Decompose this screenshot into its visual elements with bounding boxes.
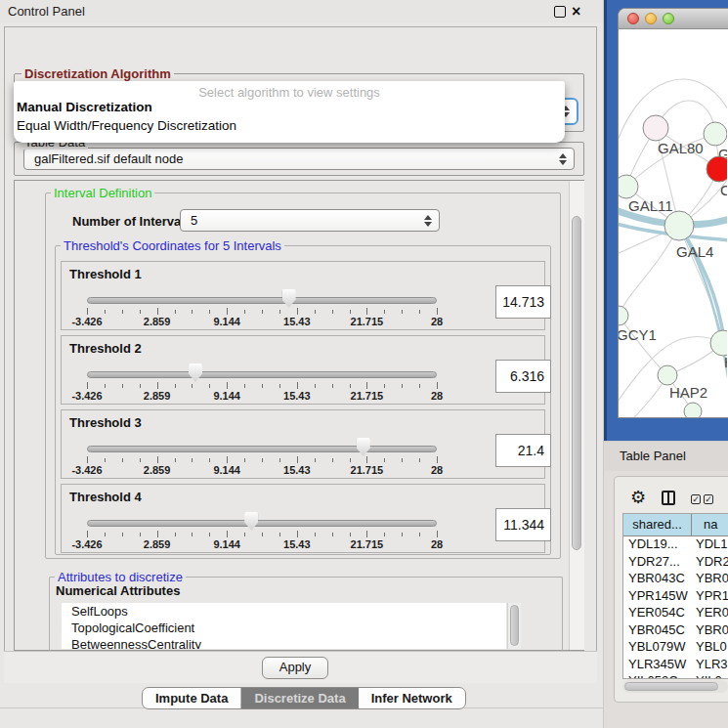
tick-mark bbox=[437, 308, 438, 315]
slider-track[interactable] bbox=[87, 520, 437, 527]
table-row[interactable]: YER054CYER0 bbox=[623, 605, 728, 622]
cell-shared-name: YER054C bbox=[623, 605, 692, 622]
minimize-light-icon[interactable] bbox=[645, 13, 657, 24]
checkbox-icon[interactable]: ✓ bbox=[704, 494, 713, 504]
cell-shared-name: YLR345W bbox=[623, 657, 692, 674]
apply-button[interactable]: Apply bbox=[262, 657, 328, 679]
attributes-list-scrollbar[interactable] bbox=[507, 603, 521, 649]
column-header-shared[interactable]: shared... bbox=[623, 514, 692, 535]
tick-mark bbox=[175, 310, 176, 314]
number-of-intervals-spinner[interactable]: 5 bbox=[180, 209, 440, 232]
network-node-gal11[interactable] bbox=[619, 175, 638, 198]
table-row[interactable]: YLR345WYLR3 bbox=[623, 657, 728, 674]
node-label-node-h: H bbox=[724, 354, 727, 370]
threshold-panel-2: Threshold 2-3.4262.8599.14415.4321.71528 bbox=[61, 335, 545, 405]
tick-mark bbox=[437, 531, 438, 537]
table-row[interactable]: YBR045CYBR0 bbox=[623, 622, 728, 640]
horizontal-scrollbar-thumb[interactable] bbox=[624, 682, 718, 691]
table-row[interactable]: YDL19...YDL1 bbox=[623, 536, 728, 554]
attributes-scrollbar-thumb[interactable] bbox=[510, 605, 519, 646]
list-item-selfloops[interactable]: SelfLoops bbox=[62, 603, 506, 620]
threshold-value-input[interactable] bbox=[495, 434, 551, 467]
cell-shared-name: YDL19... bbox=[623, 536, 692, 554]
gear-icon[interactable]: ⚙ bbox=[630, 489, 646, 506]
list-item-topologicalcoefficient[interactable]: TopologicalCoefficient bbox=[62, 620, 506, 636]
tick-mark bbox=[244, 533, 245, 536]
tick-mark bbox=[262, 310, 263, 314]
threshold-panel-1: Threshold 1-3.4262.8599.14415.4321.71528 bbox=[61, 261, 545, 330]
network-window-titlebar[interactable] bbox=[619, 9, 728, 29]
table-data-combobox[interactable]: galFiltered.sif default node bbox=[23, 148, 575, 170]
tick-label: 2.859 bbox=[144, 538, 171, 550]
network-canvas[interactable]: GAL80GACGAL11GAL4GCY1HHAP2 bbox=[619, 29, 727, 418]
tick-mark bbox=[122, 533, 123, 536]
number-of-intervals-value: 5 bbox=[191, 210, 197, 231]
network-node-gal80[interactable] bbox=[643, 115, 668, 141]
network-node-node-red[interactable] bbox=[707, 156, 727, 182]
tick-mark bbox=[244, 310, 245, 314]
threshold-value-input[interactable] bbox=[495, 285, 551, 319]
zoom-light-icon[interactable] bbox=[663, 13, 674, 24]
threshold-label: Threshold 1 bbox=[69, 267, 142, 281]
node-label-node-red: C bbox=[720, 182, 727, 198]
threshold-label: Threshold 2 bbox=[69, 341, 142, 356]
table-row[interactable]: YBL079WYBL0 bbox=[623, 639, 728, 657]
horizontal-scrollbar[interactable] bbox=[622, 680, 728, 693]
menu-item-manual-discretization[interactable]: Manual Discretization bbox=[17, 100, 152, 114]
tab-discretize-data[interactable]: Discretize Data bbox=[241, 688, 358, 708]
network-node-node-bottom[interactable] bbox=[684, 403, 702, 418]
slider-thumb[interactable] bbox=[282, 289, 296, 308]
slider-thumb[interactable] bbox=[189, 364, 202, 382]
tick-mark bbox=[192, 458, 193, 462]
tick-mark bbox=[279, 533, 280, 536]
numerical-attributes-list[interactable]: SelfLoopsTopologicalCoefficientBetweenne… bbox=[62, 603, 506, 649]
thresholds-group-title: Threshold's Coordinates for 5 Intervals bbox=[61, 238, 284, 253]
slider-thumb[interactable] bbox=[357, 438, 370, 456]
close-icon[interactable]: × bbox=[572, 1, 580, 22]
threshold-value-input[interactable] bbox=[495, 360, 551, 393]
network-node-node-h[interactable] bbox=[710, 330, 727, 356]
cell-name: YLR3 bbox=[692, 657, 728, 674]
slider-track[interactable] bbox=[87, 446, 437, 452]
table-row[interactable]: YDR27...YDR2 bbox=[623, 554, 728, 572]
tick-mark bbox=[437, 382, 438, 389]
network-node-hap2[interactable] bbox=[658, 365, 677, 385]
tick-label: -3.426 bbox=[71, 390, 102, 402]
tick-mark bbox=[279, 458, 280, 462]
list-item-betweennesscentrality[interactable]: BetweennessCentrality bbox=[62, 636, 506, 649]
menu-item-equal-width-frequency[interactable]: Equal Width/Frequency Discretization bbox=[17, 118, 236, 133]
split-column-icon[interactable] bbox=[662, 491, 675, 505]
tab-infer-network[interactable]: Infer Network bbox=[359, 688, 465, 708]
slider-track[interactable] bbox=[87, 371, 437, 378]
tick-mark bbox=[262, 458, 263, 462]
table-row[interactable]: YPR145WYPR1 bbox=[623, 588, 728, 606]
float-window-icon[interactable] bbox=[554, 6, 566, 18]
network-node-node-top-right[interactable] bbox=[704, 122, 727, 146]
slider-thumb[interactable] bbox=[244, 512, 258, 531]
tick-mark bbox=[192, 310, 193, 314]
tick-mark bbox=[122, 310, 123, 314]
table-panel-titlebar: Table Panel bbox=[604, 442, 728, 471]
tick-mark bbox=[297, 382, 298, 389]
tick-label: 2.859 bbox=[144, 316, 171, 327]
table-panel-title: Table Panel bbox=[620, 449, 686, 463]
tick-mark bbox=[192, 384, 193, 388]
column-header-name[interactable]: na bbox=[692, 514, 728, 535]
spinner-arrows-icon bbox=[424, 215, 432, 227]
node-label-gal4: GAL4 bbox=[676, 243, 713, 260]
checkbox-icon[interactable]: ✓ bbox=[691, 494, 701, 504]
network-node-gcy1[interactable] bbox=[619, 306, 628, 325]
close-light-icon[interactable] bbox=[627, 13, 639, 24]
table-row[interactable]: YIL052CYIL0 bbox=[623, 673, 728, 679]
slider-track[interactable] bbox=[87, 297, 437, 304]
table-row[interactable]: YBR043CYBR0 bbox=[623, 571, 728, 588]
number-of-intervals-label: Number of Intervals bbox=[72, 214, 192, 229]
vertical-scrollbar[interactable] bbox=[569, 181, 584, 650]
tick-mark bbox=[209, 384, 210, 388]
threshold-value-input[interactable] bbox=[495, 508, 551, 541]
tab-impute-data[interactable]: Impute Data bbox=[143, 688, 241, 708]
vertical-scrollbar-thumb[interactable] bbox=[572, 216, 581, 550]
network-node-gal4[interactable] bbox=[664, 211, 694, 240]
tick-mark bbox=[157, 531, 158, 537]
cell-shared-name: YBR043C bbox=[623, 571, 692, 588]
